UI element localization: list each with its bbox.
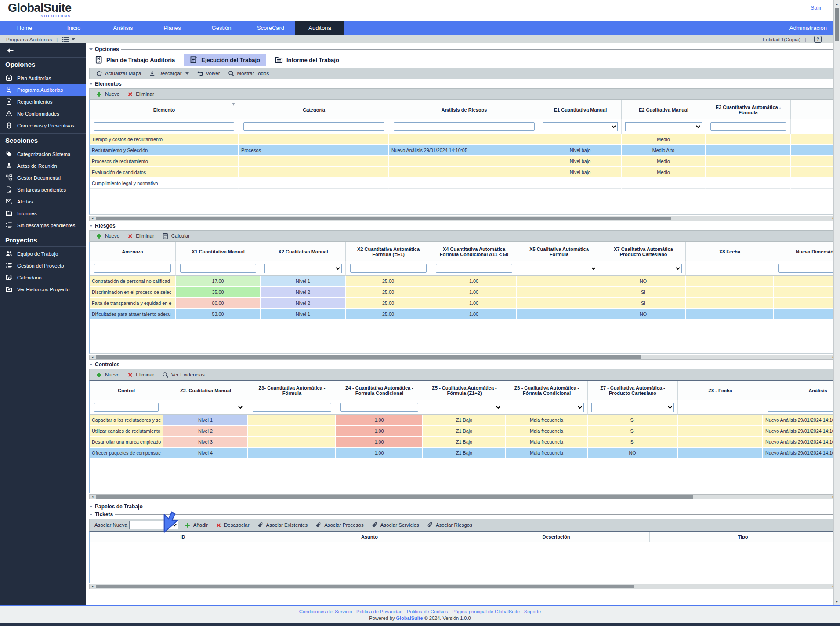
- table-row[interactable]: Utilizar canales de reclutamientoNivel 2…: [90, 426, 836, 437]
- column-header-analisis[interactable]: Análisis: [763, 381, 836, 400]
- filter-select-x2-cualitativa-manual[interactable]: [264, 264, 342, 273]
- sidebar-item-gestion-del-proyecto[interactable]: Gestión del Proyecto: [0, 260, 86, 271]
- caret-down-icon[interactable]: [185, 72, 189, 75]
- table-row[interactable]: Desarrollar una marca empleadoNivel 31.0…: [90, 437, 836, 448]
- table-row[interactable]: Capacitar a los reclutadores y seNivel 1…: [90, 415, 836, 426]
- footer-link-pagina-principal-de-globalsuite[interactable]: Página principal de GlobalSuite: [452, 609, 520, 614]
- column-header-amenaza[interactable]: Amenaza: [90, 242, 176, 261]
- column-header-tipo[interactable]: Tipo: [650, 532, 836, 542]
- tab-informe-del-trabajo[interactable]: Informe del Trabajo: [269, 54, 345, 66]
- filter-input-x4-cuantitativa-automatica-formula-condicional-a11-50[interactable]: [436, 264, 512, 273]
- sidebar-item-ver-historicos-proyecto[interactable]: Ver Históricos Proyecto: [0, 283, 86, 295]
- nav-item-administracion[interactable]: Administración: [789, 21, 840, 35]
- nav-item-inicio[interactable]: Inicio: [49, 21, 98, 35]
- column-header-e1-cuantitativa-manual[interactable]: E1 Cuantitativa Manual: [539, 100, 622, 119]
- nav-item-auditoria[interactable]: Auditoria: [295, 21, 344, 35]
- controles-eliminar[interactable]: Eliminar: [123, 372, 158, 378]
- nav-item-analisis[interactable]: Análisis: [98, 21, 148, 35]
- table-row[interactable]: Contratación de personal no calificad17.…: [90, 276, 836, 287]
- collapse-icon[interactable]: [89, 225, 93, 227]
- scrollbar-thumb[interactable]: [96, 585, 634, 588]
- tickets-desasociar[interactable]: Desasociar: [212, 522, 253, 528]
- scroll-left-arrow[interactable]: ◂: [90, 355, 95, 359]
- tab-plan-de-trabajo-auditoria[interactable]: Plan de Trabajo Auditoría: [89, 54, 181, 66]
- filter-input-e3-cuantitativa-automatica-formula[interactable]: [710, 122, 786, 131]
- collapse-icon[interactable]: [89, 83, 93, 85]
- sidebar-item-correctivas-y-preventivas[interactable]: Correctivas y Preventivas: [0, 119, 86, 131]
- help-icon[interactable]: ?: [814, 36, 822, 43]
- asociar-nueva-select[interactable]: [129, 521, 178, 529]
- column-header-categoria[interactable]: Categoría: [239, 100, 389, 119]
- footer-brand-link[interactable]: GlobalSuite: [396, 615, 423, 621]
- table-row[interactable]: Discriminación en el proceso de selec35.…: [90, 287, 836, 298]
- column-header-id[interactable]: ID: [90, 532, 276, 542]
- sidebar-item-no-conformidades[interactable]: No Conformidades: [0, 108, 86, 119]
- filter-input-elemento[interactable]: [94, 122, 234, 131]
- collapse-icon[interactable]: [89, 514, 93, 516]
- sidebar-item-equipo-de-trabajo[interactable]: Equipo de Trabajo: [0, 248, 86, 260]
- filter-input-analisis-de-riesgos[interactable]: [394, 122, 535, 131]
- toolbar-mostrar-todos[interactable]: Mostrar Todos: [224, 70, 273, 77]
- filter-select-z2-cualitativa-manual[interactable]: [167, 403, 244, 412]
- nav-item-home[interactable]: Home: [0, 21, 49, 35]
- column-header-control[interactable]: Control: [90, 381, 163, 400]
- table-row[interactable]: Cumplimiento legal y normativo: [90, 178, 836, 189]
- sidebar-item-gestor-documental[interactable]: Gestor Documental: [0, 172, 86, 184]
- column-header-elemento[interactable]: Elemento: [90, 100, 239, 119]
- toolbar-descargar[interactable]: Descargar: [145, 70, 192, 77]
- scroll-left-arrow[interactable]: ◂: [90, 584, 95, 589]
- toolbar-volver[interactable]: Volver: [193, 70, 224, 77]
- column-header-x2-cualitativa-manual[interactable]: X2 Cualitativa Manual: [261, 242, 346, 261]
- scroll-down-arrow[interactable]: ▾: [834, 598, 840, 604]
- table-row[interactable]: Dificultades para atraer talento adecu53…: [90, 309, 836, 320]
- toolbar-actualizar-mapa[interactable]: Actualizar Mapa: [92, 70, 145, 77]
- scroll-up-arrow[interactable]: ▴: [834, 1, 840, 7]
- riesgos-calcular[interactable]: Calcular: [158, 233, 194, 239]
- footer-link-condiciones-del-servicio[interactable]: Condiciones del Servicio: [299, 609, 352, 614]
- scroll-left-arrow[interactable]: ◂: [90, 216, 95, 221]
- column-header-z4-cuantitativa-automatica-formula-condicional[interactable]: Z4 - Cuantitativa Automática - Formula C…: [336, 381, 423, 400]
- column-header-x2-cuantitativa-automatica-formula-e1[interactable]: X2 Cuantitativa Automática Fórmula (=E1): [346, 242, 431, 261]
- scrollbar-thumb[interactable]: [835, 8, 839, 41]
- column-header-x7-cualitativa-automatica-producto-cartesiano[interactable]: X7 Cualitativa Automática Producto Carte…: [601, 242, 686, 261]
- filter-select-z7-cualitativa-automatica-producto-cartesiano[interactable]: [591, 403, 674, 412]
- filter-select-e2-cualitativa-manual[interactable]: [625, 122, 702, 131]
- filter-select-z6-cualitativa-automatica-formula-condicional[interactable]: [510, 403, 584, 412]
- filter-input-analisis[interactable]: [768, 403, 836, 412]
- column-header-z7-cualitativa-automatica-producto-cartesiano[interactable]: Z7 - Cualitativa Automática - Producto C…: [588, 381, 678, 400]
- column-header-e2-cualitativa-manual[interactable]: E2 Cualitativa Manual: [622, 100, 706, 119]
- sidebar-collapse-button[interactable]: [0, 43, 86, 58]
- filter-input-nueva-dimension-23-01-2024[interactable]: [778, 264, 836, 273]
- table-row[interactable]: Tiempo y costos de reclutamientoMedio: [90, 134, 836, 145]
- tickets-asociar-procesos[interactable]: Asociar Procesos: [311, 522, 367, 528]
- column-header-x4-cuantitativa-automatica-formula-condicional-a11-50[interactable]: X4 Cuantitativa Automática Formula Condi…: [431, 242, 517, 261]
- filter-input-amenaza[interactable]: [94, 264, 171, 273]
- controles-nuevo[interactable]: Nuevo: [92, 372, 123, 378]
- riesgos-nuevo[interactable]: Nuevo: [92, 233, 123, 239]
- tickets-asociar-riesgos[interactable]: Asociar Riesgos: [423, 522, 476, 528]
- elementos-eliminar[interactable]: Eliminar: [123, 91, 158, 97]
- column-header-e3-cuantitativa-automatica-formula[interactable]: E3 Cuantitativa Automática - Fórmula: [706, 100, 791, 119]
- column-header-z6-cualitativa-automatica-formula-condicional[interactable]: Z6 - Cualitativa Automática - Fórmula Co…: [506, 381, 588, 400]
- sidebar-item-sin-tareas-pendientes[interactable]: Sin tareas pendientes: [0, 184, 86, 195]
- elementos-nuevo[interactable]: Nuevo: [92, 91, 123, 98]
- column-header-x1-cuantitativa-manual[interactable]: X1 Cuantitativa Manual: [176, 242, 261, 261]
- filter-input-categoria[interactable]: [243, 122, 384, 131]
- logout-link[interactable]: Salir: [811, 5, 822, 11]
- sidebar-item-categorizacion-sistema[interactable]: Categorización Sistema: [0, 148, 86, 160]
- column-header-z3-cuantitativa-automatica-formula[interactable]: Z3- Cuantitativa Automática - Fórmula: [248, 381, 336, 400]
- column-header-analisis-de-riesgos[interactable]: Análisis de Riesgos: [389, 100, 539, 119]
- column-header-z8-fecha[interactable]: Z8 - Fecha: [678, 381, 763, 400]
- controles-ver-evidencias[interactable]: Ver Evidencias: [158, 372, 209, 378]
- sidebar-item-requerimientos[interactable]: Requerimientos: [0, 96, 86, 108]
- column-header-nueva-dimension-23-01-2024[interactable]: Nueva Dimensión 23/01/2024: [774, 242, 836, 261]
- filter-input-control[interactable]: [94, 403, 159, 412]
- tickets-asociar-servicios[interactable]: Asociar Servicios: [368, 522, 423, 528]
- column-header-descripcion[interactable]: Descripción: [463, 532, 650, 542]
- table-row[interactable]: Reclutamiento y SelecciónProcesosNuevo A…: [90, 145, 836, 156]
- scrollbar-thumb[interactable]: [96, 355, 641, 359]
- table-row[interactable]: Ofrecer paquetes de compensacNivel 41.00…: [90, 448, 836, 459]
- nav-item-gestion[interactable]: Gestión: [197, 21, 246, 35]
- column-header-x5-cualitativa-automatica-formula[interactable]: X5 Cualitativa Automática Fórmula: [517, 242, 601, 261]
- filter-input-x1-cuantitativa-manual[interactable]: [180, 264, 256, 273]
